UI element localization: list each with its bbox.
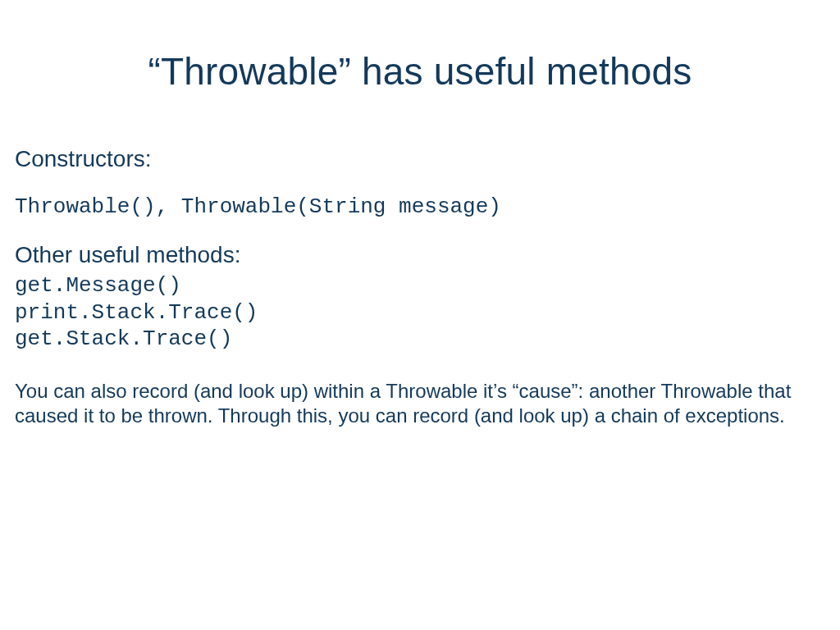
methods-code: get.Message() print.Stack.Trace() get.St… <box>15 272 258 353</box>
constructors-code: Throwable(), Throwable(String message) <box>15 194 501 221</box>
description-paragraph: You can also record (and look up) within… <box>15 379 822 428</box>
constructors-heading: Constructors: <box>15 146 152 172</box>
methods-heading: Other useful methods: <box>15 242 240 268</box>
slide: “Throwable” has useful methods Construct… <box>0 0 840 630</box>
slide-title: “Throwable” has useful methods <box>0 49 840 94</box>
